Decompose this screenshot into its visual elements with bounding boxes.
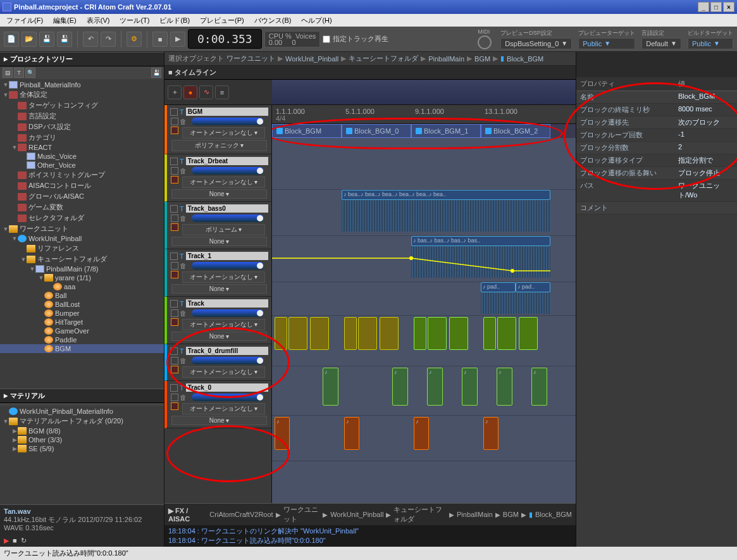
property-row[interactable]: ブロック分割数2 (576, 142, 737, 154)
play-button[interactable]: ▶ (170, 32, 185, 47)
property-row[interactable]: ブロックの終端ミリ秒8000 msec (576, 104, 737, 116)
track-playback-checkbox[interactable]: 指定トラック再生 (323, 34, 388, 44)
project-tree[interactable]: ▼Pinball_MaterialInfo▼全体設定ターゲットコンフィグ言語設定… (0, 79, 164, 354)
language-dropdown[interactable]: Default▼ (641, 38, 681, 49)
lane-bgm[interactable] (272, 138, 576, 190)
tree-item[interactable]: HitTarget (0, 318, 164, 327)
tree-item[interactable]: ボイスリミットグループ (0, 170, 164, 180)
tree-item[interactable]: ▼WorkUnit_Pinball (0, 234, 164, 243)
tree-filter-icon[interactable]: T (14, 68, 24, 78)
record-button[interactable]: ● (183, 85, 197, 99)
dsp-dropdown[interactable]: DspBusSetting_0▼ (500, 38, 572, 49)
block-bgm[interactable]: Block_BGM (272, 124, 342, 138)
tree-item[interactable]: BallLost (0, 300, 164, 309)
build-target-dropdown[interactable]: Public▼ (688, 38, 733, 49)
property-row[interactable]: ブロック遷移の振る舞いブロック停止 (576, 167, 737, 180)
track-Track_0[interactable]: TTrack_0 🗑 オートメーションなし ▾None ▾ (164, 381, 271, 428)
tree-save-icon[interactable]: 💾 (151, 68, 161, 78)
tree-item[interactable]: ゲーム変数 (0, 202, 164, 213)
tree-item[interactable]: AISACコントロール (0, 180, 164, 191)
menu-bounce[interactable]: バウンス(B) (251, 15, 295, 27)
track-Track_1[interactable]: TTrack_1 🗑 オートメーションなし ▾None ▾ (164, 249, 271, 297)
property-row[interactable]: ブロック遷移先次のブロック (576, 116, 737, 129)
list-button[interactable]: ≡ (215, 85, 229, 99)
menu-view[interactable]: 表示(V) (83, 15, 114, 27)
tree-item[interactable]: セレクタフォルダ (0, 213, 164, 223)
tree-item[interactable]: Other_Voice (0, 161, 164, 170)
property-row[interactable]: ブロック遷移タイプ指定分割で (576, 154, 737, 167)
tree-item[interactable]: ターゲットコンフィグ (0, 100, 164, 111)
block-row[interactable]: Block_BGM Block_BGM_0 Block_BGM_1 Block_… (272, 124, 576, 138)
block-bgm-1[interactable]: Block_BGM_1 (411, 124, 481, 138)
stop-button[interactable]: ■ (152, 32, 168, 47)
block-bgm-2[interactable]: Block_BGM_2 (481, 124, 550, 138)
save-button[interactable]: 💾 (39, 32, 54, 47)
mat-play-icon[interactable]: ▶ (4, 537, 9, 545)
maximize-button[interactable]: □ (710, 2, 722, 12)
property-row[interactable]: 名前Block_BGM (576, 91, 737, 104)
property-row[interactable]: ブロックループ回数-1 (576, 129, 737, 142)
lane-track0[interactable]: ♪ ♪ ♪ ♪ (272, 416, 576, 461)
close-button[interactable]: × (723, 2, 734, 12)
track-Track_Drbeat[interactable]: TTrack_Drbeat 🗑 オートメーションなし ▾None ▾ (164, 154, 271, 202)
tree-item[interactable]: ▼PinballMain (7/8) (0, 264, 164, 273)
lane-track[interactable] (272, 316, 576, 366)
tree-item[interactable]: 言語設定 (0, 111, 164, 121)
lane-drbeat[interactable]: ♪ bea..♪ bea..♪ bea..♪ bea..♪ bea..♪ bea… (272, 190, 576, 236)
tree-item[interactable]: リファレンス (0, 243, 164, 254)
tree-expand-icon[interactable]: ▤ (3, 68, 13, 78)
tree-item[interactable]: WorkUnit_Pinball_MaterialInfo (0, 407, 164, 416)
preview-target-dropdown[interactable]: Public▼ (578, 38, 635, 49)
add-track-button[interactable]: ＋ (168, 85, 182, 99)
tree-item[interactable]: BGM (0, 344, 164, 353)
midi-icon[interactable] (478, 35, 492, 49)
tree-item[interactable]: ▼マテリアルルートフォルダ (0/20) (0, 416, 164, 426)
block-bgm-0[interactable]: Block_BGM_0 (342, 124, 411, 138)
property-row[interactable]: コメント (576, 202, 737, 215)
tree-item[interactable]: aaa (0, 282, 164, 291)
tree-item[interactable]: ▶Other (3/3) (0, 435, 164, 444)
saveall-button[interactable]: 💾 (57, 32, 72, 47)
tree-item[interactable]: ▶SE (5/9) (0, 444, 164, 453)
tree-item[interactable]: ▼ワークユニット (0, 223, 164, 234)
track-Track[interactable]: TTrack 🗑 オートメーションなし ▾None ▾ (164, 297, 271, 344)
property-row[interactable]: バスワークユニット/Wo (576, 180, 737, 202)
material-tree[interactable]: WorkUnit_Pinball_MaterialInfo▼マテリアルルートフォ… (0, 406, 164, 454)
menu-preview[interactable]: プレビュー(P) (196, 15, 248, 27)
tree-item[interactable]: カテゴリ (0, 132, 164, 143)
track-BGM[interactable]: TBGM 🗑 オートメーションなし ▾ポリフォニック ▾ (164, 105, 271, 154)
automation-button[interactable]: ∿ (199, 85, 213, 99)
tree-item[interactable]: ▼全体設定 (0, 89, 164, 100)
menu-edit[interactable]: 編集(E) (49, 15, 80, 27)
menu-build[interactable]: ビルド(B) (156, 15, 194, 27)
build-button[interactable]: ⚙ (127, 32, 142, 47)
track-Track_bass0[interactable]: TTrack_bass0 🗑 ボリューム ▾None ▾ (164, 202, 271, 249)
menu-tool[interactable]: ツール(T) (116, 15, 153, 27)
menu-help[interactable]: ヘルプ(H) (297, 15, 335, 27)
tree-item[interactable]: グローバルAISAC (0, 191, 164, 202)
timeline-canvas[interactable]: 1.1.1.000 4/4 5.1.1.000 9.1.1.000 13.1.1… (272, 105, 576, 503)
redo-button[interactable]: ↷ (101, 32, 116, 47)
mat-loop-icon[interactable]: ↻ (21, 537, 27, 545)
tree-item[interactable]: Bumper (0, 309, 164, 318)
tree-item[interactable]: ▼Pinball_MaterialInfo (0, 80, 164, 89)
new-button[interactable]: 📄 (4, 32, 19, 47)
tree-item[interactable]: ▼yarare (1/1) (0, 273, 164, 282)
tree-item[interactable]: DSPバス設定 (0, 121, 164, 132)
undo-button[interactable]: ↶ (83, 32, 98, 47)
tree-item[interactable]: GameOver (0, 327, 164, 335)
open-button[interactable]: 📂 (22, 32, 37, 47)
track-Track_0_drumfill[interactable]: TTrack_0_drumfill 🗑 オートメーションなし ▾ (164, 344, 271, 381)
tree-item[interactable]: Music_Voice (0, 152, 164, 161)
tree-item[interactable]: Paddle (0, 335, 164, 344)
lane-drumfill[interactable]: ♪ ♪ ♪ ♪ ♪ ♪ (272, 366, 576, 416)
tree-item[interactable]: ▼キューシートフォルダ (0, 254, 164, 264)
minimize-button[interactable]: _ (698, 2, 709, 12)
tree-item[interactable]: ▼REACT (0, 143, 164, 152)
tree-item[interactable]: Ball (0, 291, 164, 300)
tree-search-icon[interactable]: 🔍 (25, 68, 35, 78)
tree-item[interactable]: ▶BGM (8/8) (0, 426, 164, 435)
mat-stop-icon[interactable]: ■ (13, 537, 17, 545)
lane-bass0[interactable]: ♪ bas..♪ bas..♪ bas..♪ bas.. (272, 236, 576, 282)
menu-file[interactable]: ファイル(F) (3, 15, 47, 27)
